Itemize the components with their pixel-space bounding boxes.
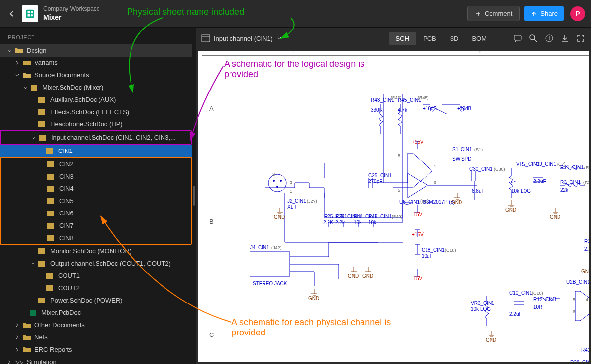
svg-text:5: 5	[573, 297, 575, 302]
chevron-down-icon	[30, 260, 36, 267]
svg-rect-0	[26, 9, 34, 18]
svg-line-28	[534, 39, 537, 42]
tab-sch[interactable]: SCH	[389, 32, 416, 45]
svg-rect-20	[46, 273, 53, 279]
tree-channel-cin2[interactable]: CIN2	[1, 158, 191, 170]
tree-channel-cin4[interactable]: CIN4	[1, 182, 191, 195]
svg-text:10k: 10k	[368, 220, 377, 225]
svg-text:R12_CIN1: R12_CIN1	[533, 297, 557, 302]
tab-bom[interactable]: BOM	[465, 32, 493, 45]
tree-power[interactable]: Power.SchDoc (POWER)	[0, 294, 192, 306]
fullscreen-icon[interactable]	[576, 34, 585, 43]
comments-icon[interactable]	[513, 34, 522, 43]
tree-channel-cin1[interactable]: CIN1	[0, 145, 192, 157]
download-icon[interactable]	[560, 34, 569, 43]
svg-text:STEREO JACK: STEREO JACK	[253, 281, 287, 286]
svg-text:(C18): (C18)	[445, 248, 456, 253]
svg-text:2.2K: 2.2K	[323, 220, 333, 225]
tree-label: CIN2	[59, 160, 74, 168]
svg-text:(R3): (R3)	[583, 180, 589, 185]
svg-point-34	[273, 180, 275, 182]
tree-channel-cout1[interactable]: COUT1	[0, 270, 192, 282]
tree-channel-cin7[interactable]: CIN7	[1, 219, 191, 232]
svg-point-33	[268, 174, 286, 192]
tree-channel-cin8[interactable]: CIN8	[1, 232, 191, 244]
svg-text:(S1): (S1)	[474, 147, 483, 152]
tab-pcb[interactable]: PCB	[416, 32, 443, 45]
tree-channel-cin6[interactable]: CIN6	[1, 207, 191, 219]
svg-text:R11_CIN1: R11_CIN1	[560, 165, 584, 170]
tree-monitor[interactable]: Monitor.SchDoc (MONITOR)	[0, 245, 192, 257]
view-tabs: SCH PCB 3D BOM	[389, 32, 493, 45]
tree-effects[interactable]: Effects.SchDoc (EFFECTS)	[0, 106, 192, 118]
tree-channel-cin3[interactable]: CIN3	[1, 170, 191, 182]
svg-text:2.2uF: 2.2uF	[533, 179, 546, 184]
pcb-icon	[30, 309, 37, 316]
svg-text:10uF: 10uF	[422, 253, 433, 259]
sheet-selector[interactable]: Input channel (CIN1)	[202, 35, 282, 42]
chevron-down-icon	[31, 134, 37, 141]
svg-text:R2: R2	[584, 239, 589, 244]
svg-rect-21	[46, 285, 53, 291]
tree-output-channel[interactable]: Output channel.SchDoc (COUT1, COUT2)	[0, 257, 192, 270]
avatar[interactable]: P	[570, 6, 585, 21]
tree-erc[interactable]: ERC Reports	[0, 343, 192, 356]
svg-text:GND: GND	[550, 214, 560, 220]
svg-text:U6_CIN1: U6_CIN1	[399, 199, 420, 205]
tree-design[interactable]: Design	[0, 44, 192, 57]
search-icon[interactable]	[529, 34, 538, 43]
tree-channel-cout2[interactable]: COUT2	[0, 282, 192, 294]
tree-auxiliary[interactable]: Auxilary.SchDoc (AUX)	[0, 93, 192, 106]
tree-nets[interactable]: Nets	[0, 331, 192, 343]
svg-rect-11	[47, 161, 54, 167]
folder-icon	[23, 60, 31, 66]
svg-text:-15V: -15V	[412, 276, 422, 281]
content-area: Input channel (CIN1) SCH PCB 3D BOM i 1 …	[196, 28, 591, 364]
comment-button[interactable]: Comment	[467, 6, 520, 21]
tree-label: Effects.SchDoc (EFFECTS)	[50, 108, 129, 116]
svg-text:2.2uF: 2.2uF	[509, 311, 522, 317]
tree-label: CIN8	[59, 234, 74, 242]
svg-rect-22	[38, 298, 45, 303]
folder-icon	[23, 72, 31, 79]
tree-pcb-doc[interactable]: Mixer.PcbDoc	[0, 306, 192, 319]
back-button[interactable]	[6, 8, 18, 20]
chevron-right-icon	[14, 60, 21, 66]
tree-label: Other Documents	[34, 321, 85, 329]
svg-rect-7	[38, 109, 45, 115]
svg-text:(C10): (C10)	[532, 291, 543, 296]
svg-text:C9_CIN1: C9_CIN1	[536, 161, 557, 167]
tab-3d[interactable]: 3D	[443, 32, 465, 45]
schematic-icon	[31, 84, 38, 91]
tree-source-docs[interactable]: Source Documents	[0, 69, 192, 81]
svg-text:GND: GND	[505, 207, 516, 212]
tree-mixer-sch[interactable]: Mixer.SchDoc (Mixer)	[0, 81, 192, 93]
tree-headphone[interactable]: Headphone.SchDoc (HP)	[0, 118, 192, 130]
resize-handle[interactable]	[192, 28, 196, 364]
tree-channel-cin5[interactable]: CIN5	[1, 195, 191, 207]
svg-text:(J4?): (J4?)	[271, 245, 282, 250]
schematic-icon	[47, 198, 55, 205]
svg-text:i: i	[549, 35, 550, 41]
tree-simulation[interactable]: Simulation	[0, 356, 192, 364]
tree-input-channel[interactable]: Input channel.SchDoc (CIN1, CIN2, CIN3,.…	[0, 130, 192, 145]
tree-variants[interactable]: Variants	[0, 57, 192, 69]
svg-text:22k: 22k	[560, 187, 569, 193]
info-icon[interactable]: i	[545, 34, 554, 43]
schematic-canvas[interactable]: 1 2 A B C	[198, 51, 589, 362]
svg-text:2.2: 2.2	[584, 246, 589, 252]
sheet-icon	[202, 35, 210, 42]
schematic-icon	[38, 96, 46, 103]
svg-text:-15V: -15V	[412, 212, 422, 217]
tree-other-docs[interactable]: Other Documents	[0, 319, 192, 331]
svg-point-4	[31, 14, 33, 16]
comment-label: Comment	[485, 10, 512, 17]
schematic-icon	[39, 134, 47, 141]
svg-text:R3_CIN1: R3_CIN1	[560, 180, 581, 185]
svg-text:+15V: +15V	[412, 232, 424, 237]
svg-point-35	[280, 180, 282, 182]
svg-text:3: 3	[290, 180, 292, 185]
tree-label: Output channel.SchDoc (COUT1, COUT2)	[50, 260, 171, 267]
folder-icon	[23, 346, 31, 353]
share-button[interactable]: Share	[524, 6, 564, 21]
